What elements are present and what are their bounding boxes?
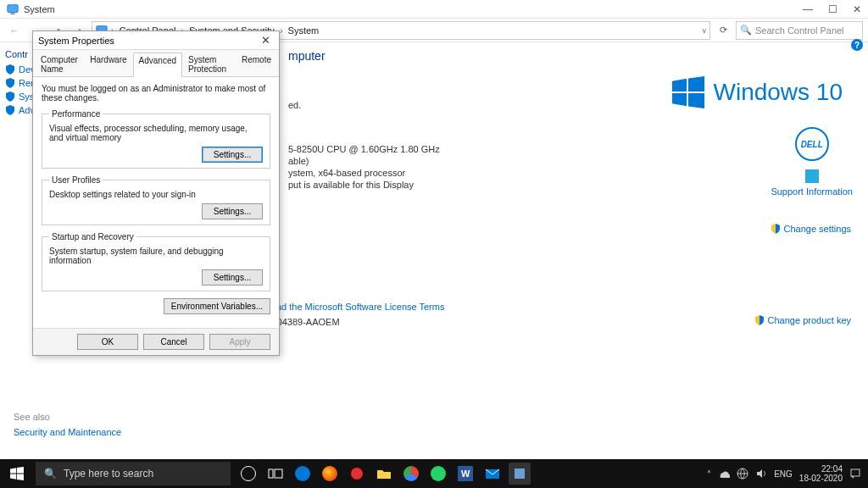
dialog-close-button[interactable]: ✕ — [258, 34, 274, 47]
dialog-tabs: Computer Name Hardware Advanced System P… — [33, 50, 279, 77]
startup-recovery-group: Startup and Recovery System startup, sys… — [42, 232, 270, 291]
windows-logo-icon — [10, 467, 24, 480]
page-title: mputer — [288, 49, 851, 63]
search-icon: 🔍 — [44, 468, 57, 480]
security-maintenance-link[interactable]: Security and Maintenance — [14, 427, 121, 437]
shield-icon — [754, 315, 765, 325]
app-icon[interactable] — [509, 463, 531, 485]
startup-recovery-desc: System startup, system failure, and debu… — [49, 247, 263, 265]
support-icon — [805, 169, 819, 183]
change-product-key-link[interactable]: Change product key — [754, 315, 851, 325]
shield-icon — [771, 224, 781, 234]
cancel-button[interactable]: Cancel — [143, 334, 204, 350]
windows-brand-text: Windows 10 — [713, 79, 843, 106]
ram-line: able) — [288, 156, 851, 166]
network-icon[interactable] — [737, 468, 748, 480]
word-icon[interactable]: W — [454, 463, 476, 485]
ok-button[interactable]: OK — [77, 334, 138, 350]
clock[interactable]: 22:04 18-02-2020 — [799, 464, 843, 483]
pen-line: put is available for this Display — [288, 180, 851, 190]
crumb-system[interactable]: System — [287, 25, 321, 36]
tray-chevron-icon[interactable]: ˄ — [707, 469, 711, 479]
cortana-icon[interactable] — [237, 463, 259, 485]
support-link[interactable]: Support Information — [771, 186, 853, 197]
clock-date: 18-02-2020 — [799, 474, 843, 483]
see-also: See also Security and Maintenance — [14, 412, 121, 437]
performance-group: Performance Visual effects, processor sc… — [42, 109, 270, 169]
firefox-icon[interactable] — [319, 463, 341, 485]
whatsapp-icon[interactable] — [427, 463, 449, 485]
chrome-icon[interactable] — [400, 463, 422, 485]
clock-time: 22:04 — [799, 464, 843, 474]
dell-logo-icon: DELL — [795, 127, 829, 161]
apply-button[interactable]: Apply — [209, 334, 270, 350]
search-placeholder: Search Control Panel — [755, 25, 844, 36]
edge-icon[interactable] — [292, 463, 314, 485]
startup-recovery-legend: Startup and Recovery — [49, 232, 136, 241]
change-settings-link[interactable]: Change settings — [771, 224, 852, 234]
taskbar: 🔍 Type here to search W ˄ ENG 22:04 18-0… — [0, 459, 868, 488]
refresh-button[interactable]: ⟳ — [714, 25, 732, 36]
opera-icon[interactable] — [346, 463, 368, 485]
notifications-icon[interactable] — [849, 468, 861, 480]
system-properties-dialog: System Properties ✕ Computer Name Hardwa… — [32, 30, 280, 356]
tab-hardware[interactable]: Hardware — [84, 52, 132, 76]
windows-logo-icon — [672, 76, 704, 108]
window-titlebar: System — ☐ ✕ — [0, 0, 868, 19]
svg-rect-4 — [275, 469, 282, 478]
svg-rect-10 — [851, 469, 860, 476]
taskbar-search-placeholder: Type here to search — [64, 468, 153, 480]
close-button[interactable]: ✕ — [853, 3, 861, 15]
system-tray: ˄ ENG 22:04 18-02-2020 — [707, 464, 868, 483]
user-profiles-settings-button[interactable]: Settings... — [202, 203, 263, 219]
minimize-button[interactable]: — — [803, 3, 813, 15]
svg-rect-0 — [8, 4, 18, 12]
startup-recovery-settings-button[interactable]: Settings... — [202, 269, 263, 286]
search-icon: 🔍 — [740, 25, 752, 36]
back-button[interactable]: ← — [5, 21, 24, 40]
tab-advanced[interactable]: Advanced — [133, 53, 182, 77]
volume-icon[interactable] — [755, 468, 767, 480]
dialog-title: System Properties — [38, 36, 114, 46]
oem-brand: DELL Support Information — [771, 127, 853, 197]
performance-settings-button[interactable]: Settings... — [202, 147, 263, 163]
system-icon — [7, 3, 19, 15]
file-explorer-icon[interactable] — [373, 463, 395, 485]
type-line: ystem, x64-based processor — [288, 168, 851, 178]
license-link[interactable]: Read the Microsoft Software License Term… — [264, 302, 445, 312]
language-indicator[interactable]: ENG — [774, 469, 793, 479]
svg-rect-3 — [269, 469, 273, 478]
tab-computer-name[interactable]: Computer Name — [35, 52, 84, 76]
performance-desc: Visual effects, processor scheduling, me… — [49, 124, 263, 142]
tab-system-protection[interactable]: System Protection — [182, 52, 236, 76]
environment-variables-button[interactable]: Environment Variables... — [164, 298, 270, 314]
search-input[interactable]: 🔍 Search Control Panel — [736, 21, 863, 40]
windows-brand: Windows 10 — [672, 76, 843, 108]
see-also-label: See also — [14, 412, 121, 422]
breadcrumb-dropdown[interactable]: v — [699, 26, 707, 35]
user-profiles-desc: Desktop settings related to your sign-in — [49, 190, 263, 199]
user-profiles-legend: User Profiles — [49, 175, 103, 185]
task-view-icon[interactable] — [264, 463, 287, 485]
user-profiles-group: User Profiles Desktop settings related t… — [42, 175, 270, 225]
tab-remote[interactable]: Remote — [236, 52, 277, 76]
svg-rect-8 — [515, 469, 525, 479]
window-title: System — [24, 4, 803, 14]
performance-legend: Performance — [49, 109, 103, 119]
svg-text:W: W — [461, 469, 470, 479]
mail-icon[interactable] — [481, 463, 504, 485]
admin-note: You must be logged on as an Administrato… — [42, 84, 270, 103]
cpu-line: 5-8250U CPU @ 1.60GHz 1.80 GHz — [288, 144, 851, 154]
svg-rect-1 — [10, 13, 14, 14]
onedrive-icon[interactable] — [718, 468, 730, 480]
maximize-button[interactable]: ☐ — [828, 3, 837, 15]
taskbar-search[interactable]: 🔍 Type here to search — [36, 462, 231, 485]
start-button[interactable] — [0, 459, 34, 488]
